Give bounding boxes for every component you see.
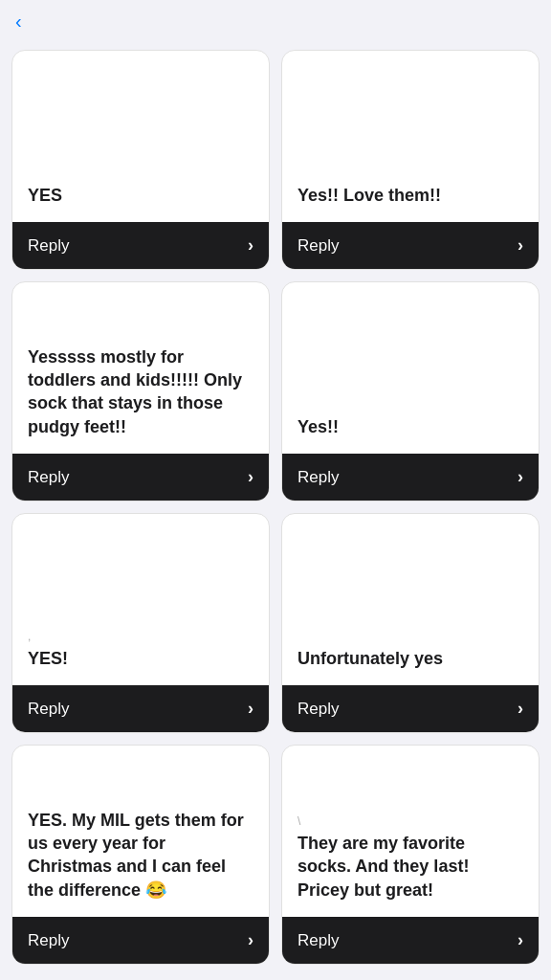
card-text: YES. My MIL gets them for us every year …	[28, 809, 253, 902]
card-body: Yes!! Love them!!	[282, 51, 539, 222]
reply-button[interactable]: Reply›	[12, 454, 269, 501]
card-text: Yesssss mostly for toddlers and kids!!!!…	[28, 345, 253, 438]
reply-card: \They are my favorite socks. And they la…	[281, 745, 540, 965]
reply-card: Unfortunately yesReply›	[281, 513, 540, 733]
reply-label: Reply	[28, 700, 69, 719]
reply-button[interactable]: Reply›	[282, 917, 539, 964]
reply-button[interactable]: Reply›	[282, 454, 539, 501]
card-text: YES	[28, 184, 253, 207]
card-body: \They are my favorite socks. And they la…	[282, 746, 539, 917]
cards-grid: YESReply›Yes!! Love them!!Reply›Yesssss …	[0, 42, 551, 980]
reply-label: Reply	[298, 931, 339, 950]
reply-label: Reply	[28, 931, 69, 950]
header: ‹	[0, 0, 551, 42]
reply-card: Yes!!Reply›	[281, 281, 540, 501]
reply-label: Reply	[298, 236, 339, 256]
chevron-right-icon: ›	[518, 699, 523, 719]
chevron-left-icon: ‹	[15, 11, 22, 33]
chevron-right-icon: ›	[518, 467, 523, 487]
reply-button[interactable]: Reply›	[282, 685, 539, 732]
card-text: YES!	[28, 647, 253, 670]
chevron-right-icon: ›	[248, 699, 253, 719]
card-body: Yesssss mostly for toddlers and kids!!!!…	[12, 282, 269, 454]
reply-card: ,YES!Reply›	[11, 513, 270, 733]
chevron-right-icon: ›	[248, 930, 253, 950]
card-body: YES. My MIL gets them for us every year …	[12, 746, 269, 917]
chevron-right-icon: ›	[248, 235, 253, 256]
card-text: Unfortunately yes	[298, 647, 523, 670]
back-button[interactable]: ‹	[15, 11, 22, 33]
reply-button[interactable]: Reply›	[12, 222, 269, 269]
reply-label: Reply	[298, 468, 339, 487]
reply-label: Reply	[28, 236, 69, 256]
chevron-right-icon: ›	[518, 235, 523, 256]
card-text: Yes!! Love them!!	[298, 184, 523, 207]
reply-card: YESReply›	[11, 50, 270, 270]
card-body: ,YES!	[12, 514, 269, 685]
reply-card: Yesssss mostly for toddlers and kids!!!!…	[11, 281, 270, 501]
reply-card: YES. My MIL gets them for us every year …	[11, 745, 270, 965]
card-body: Unfortunately yes	[282, 514, 539, 685]
card-text: They are my favorite socks. And they las…	[298, 832, 523, 902]
chevron-right-icon: ›	[248, 467, 253, 487]
card-small-mark: \	[298, 814, 523, 828]
reply-label: Reply	[28, 468, 69, 487]
card-body: Yes!!	[282, 282, 539, 454]
reply-button[interactable]: Reply›	[12, 685, 269, 732]
card-body: YES	[12, 51, 269, 222]
card-text: Yes!!	[298, 415, 523, 438]
reply-card: Yes!! Love them!!Reply›	[281, 50, 540, 270]
chevron-right-icon: ›	[518, 930, 523, 950]
reply-button[interactable]: Reply›	[12, 917, 269, 964]
reply-button[interactable]: Reply›	[282, 222, 539, 269]
card-small-mark: ,	[28, 630, 253, 643]
reply-label: Reply	[298, 700, 339, 719]
